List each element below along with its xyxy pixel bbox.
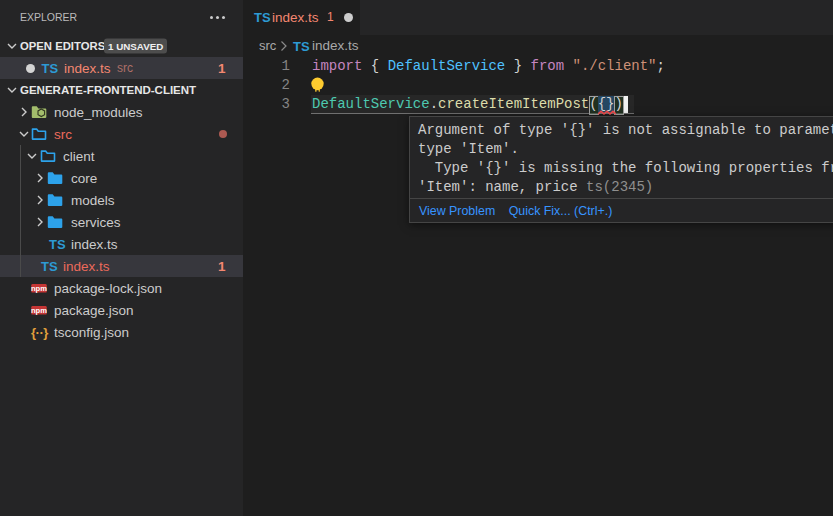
svg-text:npm: npm — [31, 284, 47, 293]
svg-text:npm: npm — [31, 306, 47, 315]
